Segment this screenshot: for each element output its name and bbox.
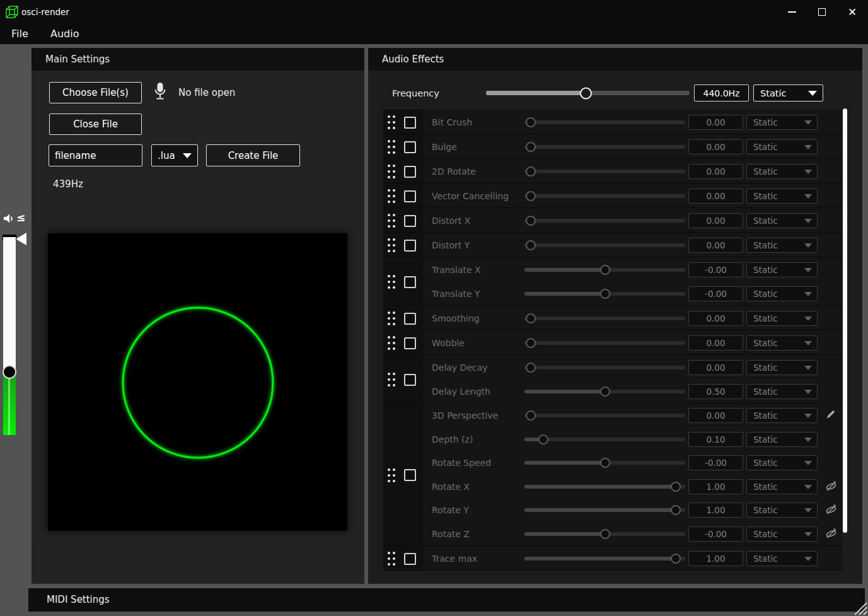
effect-mode-select[interactable]: Static [746,384,818,399]
effect-value-box[interactable]: -0.00 [688,455,743,470]
pencil-icon[interactable] [825,409,838,422]
slider-thumb[interactable] [600,265,610,275]
effect-slider[interactable] [524,287,685,301]
slider-track[interactable] [524,292,685,296]
effect-mode-select[interactable]: Static [746,139,818,154]
effect-slider[interactable] [524,214,685,228]
effect-slider[interactable] [524,361,685,375]
frequency-mode-select[interactable]: Static [753,84,823,102]
menu-audio[interactable]: Audio [50,26,79,42]
effect-mode-select[interactable]: Static [746,262,818,277]
effect-mode-select[interactable]: Static [746,551,818,566]
slider-thumb[interactable] [671,505,681,515]
slider-thumb[interactable] [526,142,536,152]
effect-mode-select[interactable]: Static [746,432,818,447]
effect-slider[interactable] [524,311,685,325]
choose-file-button[interactable]: Choose File(s) [49,82,142,103]
slider-thumb[interactable] [600,529,610,539]
slider-thumb[interactable] [671,554,681,564]
effect-slider[interactable] [524,433,685,446]
volume-target-triangle[interactable] [16,233,26,245]
main-settings-header[interactable]: Main Settings [32,48,364,71]
slider-thumb[interactable] [526,166,536,177]
title-bar[interactable]: osci-render ✕ [0,0,868,24]
slider-track[interactable] [524,170,685,173]
effect-value-box[interactable]: 0.00 [688,408,743,423]
rotate-icon[interactable] [825,480,838,493]
effect-value-box[interactable]: 1.00 [688,551,743,566]
effect-slider[interactable] [524,480,685,494]
slider-track[interactable] [524,268,685,272]
effect-value-box[interactable]: 0.00 [688,360,743,375]
effect-mode-select[interactable]: Static [746,213,818,228]
effect-mode-select[interactable]: Static [746,408,818,423]
menu-file[interactable]: File [11,26,28,42]
effect-value-box[interactable]: -0.00 [688,286,743,301]
slider-thumb[interactable] [580,87,592,99]
slider-thumb[interactable] [526,338,536,348]
volume-slider-track[interactable] [3,237,16,372]
slider-track[interactable] [524,557,685,561]
slider-track[interactable] [524,366,685,369]
slider-track[interactable] [524,243,685,247]
effect-value-box[interactable]: 0.00 [688,189,743,204]
audio-effects-header[interactable]: Audio Effects [368,48,862,71]
slider-thumb[interactable] [526,313,536,323]
effect-mode-select[interactable]: Static [746,335,818,351]
slider-track[interactable] [524,390,685,393]
effect-value-box[interactable]: -0.00 [688,526,743,542]
effect-slider[interactable] [524,238,685,252]
file-extension-select[interactable]: .lua [151,144,198,166]
slider-thumb[interactable] [600,289,610,299]
effect-value-box[interactable]: 0.00 [688,238,743,253]
effect-mode-select[interactable]: Static [746,526,818,542]
slider-thumb[interactable] [526,240,536,250]
slider-thumb[interactable] [526,191,536,201]
maximize-button[interactable] [807,0,836,24]
effect-value-box[interactable]: 0.00 [688,115,743,130]
effects-scrollbar[interactable] [843,108,847,533]
slider-thumb[interactable] [526,363,536,373]
slider-track[interactable] [524,414,685,417]
effect-slider[interactable] [524,336,685,350]
slider-track[interactable] [486,91,690,95]
close-button[interactable]: ✕ [838,0,867,24]
effect-slider[interactable] [524,503,685,517]
effect-slider[interactable] [524,115,685,129]
slider-track[interactable] [524,145,685,149]
effect-slider[interactable] [524,140,685,154]
slider-thumb[interactable] [526,216,536,226]
effect-slider[interactable] [524,456,685,470]
effect-value-box[interactable]: 0.00 [688,335,743,351]
effect-slider[interactable] [524,385,685,398]
effect-mode-select[interactable]: Static [746,238,818,253]
slider-thumb[interactable] [671,482,681,492]
slider-track[interactable] [524,532,685,536]
effect-value-box[interactable]: -0.00 [688,262,743,277]
slider-track[interactable] [524,194,685,198]
slider-track[interactable] [524,317,685,320]
effect-value-box[interactable]: 0.00 [688,311,743,326]
effect-slider[interactable] [524,165,685,178]
create-file-button[interactable]: Create File [206,144,300,166]
rotate-icon[interactable] [825,528,838,540]
effect-value-box[interactable]: 1.00 [688,503,743,518]
frequency-slider[interactable] [486,86,690,100]
volume-slider-thumb[interactable] [3,365,16,379]
effect-slider[interactable] [524,527,685,541]
slider-thumb[interactable] [600,386,610,397]
effect-value-box[interactable]: 0.00 [688,139,743,154]
slider-thumb[interactable] [538,434,548,445]
microphone-icon[interactable] [154,83,166,102]
effect-value-box[interactable]: 0.50 [688,384,743,399]
slider-track[interactable] [524,120,685,124]
slider-thumb[interactable] [526,117,536,127]
effect-mode-select[interactable]: Static [746,360,818,375]
rotate-icon[interactable] [825,504,838,516]
midi-settings-bar[interactable]: MIDI Settings [28,588,865,612]
slider-track[interactable] [524,438,685,441]
effect-value-box[interactable]: 0.00 [688,213,743,228]
effect-mode-select[interactable]: Static [746,189,818,204]
effect-slider[interactable] [524,552,685,566]
effect-mode-select[interactable]: Static [746,455,818,470]
